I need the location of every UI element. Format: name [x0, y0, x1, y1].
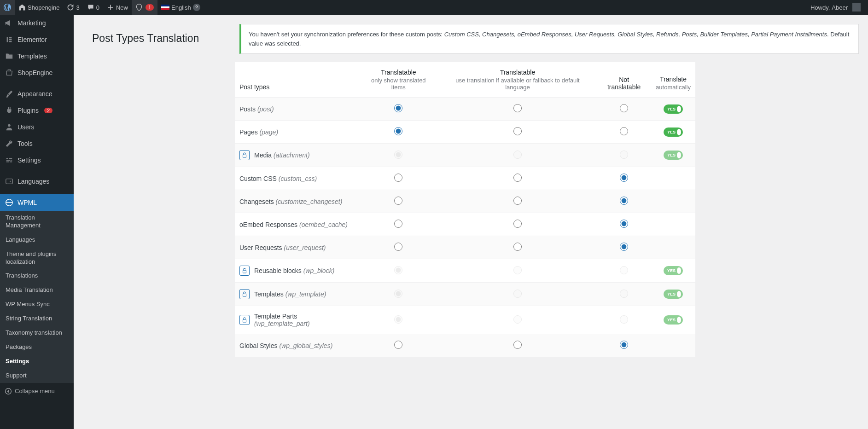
sidebar-item-users[interactable]: Users — [0, 119, 74, 135]
table-row: User Requests (user_request) — [235, 236, 695, 259]
radio-opt-2[interactable] — [620, 127, 628, 135]
sidebar-item-label: WPML — [17, 199, 37, 206]
wpml-sub-taxonomy-translation[interactable]: Taxonomy translation — [0, 326, 74, 340]
wpml-sub-packages[interactable]: Packages — [0, 340, 74, 354]
table-row: Pages (page)YES — [235, 121, 695, 144]
radio-opt-1 — [513, 315, 522, 324]
table-row: Reusable blocks (wp_block)YES — [235, 259, 695, 283]
brush-icon — [5, 89, 14, 99]
post-type-name: Media (attachment) — [235, 144, 359, 167]
translate-auto-toggle[interactable]: YES — [664, 104, 683, 114]
radio-opt-2[interactable] — [620, 243, 628, 251]
elementor-icon — [5, 35, 14, 44]
folder-icon — [5, 52, 14, 61]
language-switcher[interactable]: English? — [157, 0, 204, 15]
lang-icon — [5, 177, 14, 186]
comments[interactable]: 0 — [83, 0, 103, 15]
sidebar-item-elementor[interactable]: Elementor — [0, 31, 74, 48]
col-translate-auto: Translateautomatically — [651, 62, 695, 98]
main-content: Post Types Translation You haven't set y… — [74, 15, 868, 357]
radio-opt-2[interactable] — [620, 104, 628, 112]
post-type-name: Reusable blocks (wp_block) — [235, 259, 359, 283]
svg-rect-5 — [243, 270, 246, 273]
radio-opt-0[interactable] — [394, 197, 402, 205]
post-type-name: Custom CSS (custom_css) — [235, 167, 359, 190]
sidebar-item-settings[interactable]: Settings — [0, 152, 74, 168]
radio-opt-2[interactable] — [620, 197, 628, 205]
post-type-name: oEmbed Responses (oembed_cache) — [235, 213, 359, 236]
sidebar-item-label: Plugins — [17, 107, 39, 114]
radio-opt-1[interactable] — [513, 220, 522, 228]
lock-icon[interactable] — [239, 289, 250, 299]
wp-logo[interactable] — [0, 0, 15, 15]
radio-opt-2[interactable] — [620, 341, 628, 349]
radio-opt-1 — [513, 151, 522, 159]
sidebar-item-templates[interactable]: Templates — [0, 48, 74, 64]
radio-opt-0[interactable] — [394, 174, 402, 182]
lock-icon[interactable] — [239, 315, 250, 325]
sidebar-item-label: Templates — [17, 52, 47, 60]
radio-opt-0[interactable] — [394, 127, 402, 135]
wpml-notifications[interactable]: 1 — [132, 0, 157, 15]
sidebar-item-marketing[interactable]: Marketing — [0, 15, 74, 31]
radio-opt-1[interactable] — [513, 127, 522, 135]
radio-opt-1 — [513, 266, 522, 274]
table-row: Templates (wp_template)YES — [235, 283, 695, 306]
sidebar-item-languages[interactable]: Languages — [0, 173, 74, 190]
radio-opt-0[interactable] — [394, 341, 402, 349]
wpml-sub-theme-and-plugins-localization[interactable]: Theme and plugins localization — [0, 247, 74, 269]
table-row: Media (attachment)YES — [235, 144, 695, 167]
col-translatable-fallback: Translatableuse translation if available… — [438, 62, 597, 98]
sidebar-item-tools[interactable]: Tools — [0, 135, 74, 152]
post-type-name: Template Parts (wp_template_part) — [235, 306, 359, 334]
wpml-sub-wp-menus-sync[interactable]: WP Menus Sync — [0, 297, 74, 312]
radio-opt-1[interactable] — [513, 341, 522, 349]
lock-icon[interactable] — [239, 266, 250, 276]
sync-notice: You haven't set your synchronization pre… — [239, 24, 859, 54]
wpml-sub-languages[interactable]: Languages — [0, 233, 74, 247]
sidebar-item-label: Languages — [17, 178, 49, 185]
svg-rect-1 — [6, 179, 12, 184]
wpml-sub-media-translation[interactable]: Media Translation — [0, 283, 74, 297]
help-icon: ? — [193, 4, 200, 11]
radio-opt-0[interactable] — [394, 220, 402, 228]
howdy-account[interactable]: Howdy, Abeer — [807, 0, 864, 15]
updates[interactable]: 3 — [63, 0, 83, 15]
col-post-types: Post types — [235, 62, 359, 98]
admin-sidebar: MarketingElementorTemplatesShopEngineApp… — [0, 15, 74, 357]
col-not-translatable: Not translatable — [597, 62, 651, 98]
page-title: Post Types Translation — [92, 24, 212, 62]
sidebar-item-wpml[interactable]: WPML — [0, 194, 74, 211]
radio-opt-0[interactable] — [394, 243, 402, 251]
radio-opt-1[interactable] — [513, 243, 522, 251]
site-home[interactable]: Shopengine — [15, 0, 63, 15]
sidebar-item-plugins[interactable]: Plugins2 — [0, 102, 74, 119]
radio-opt-2 — [620, 315, 628, 324]
new-content[interactable]: New — [103, 0, 132, 15]
translate-auto-toggle: YES — [664, 315, 683, 325]
wpml-sub-translations[interactable]: Translations — [0, 269, 74, 283]
post-type-name: Posts (post) — [235, 98, 359, 121]
radio-opt-2[interactable] — [620, 220, 628, 228]
radio-opt-0[interactable] — [394, 104, 402, 112]
sidebar-item-label: Settings — [17, 157, 41, 164]
sidebar-item-appearance[interactable]: Appearance — [0, 86, 74, 102]
wrench-icon — [5, 139, 14, 148]
table-row: Changesets (customize_changeset) — [235, 190, 695, 213]
table-row: Template Parts (wp_template_part)YES — [235, 306, 695, 334]
lock-icon[interactable] — [239, 150, 250, 160]
svg-point-0 — [8, 124, 10, 127]
wpml-sub-translation-management[interactable]: Translation Management — [0, 211, 74, 233]
radio-opt-1[interactable] — [513, 104, 522, 112]
wpml-sub-string-translation[interactable]: String Translation — [0, 312, 74, 326]
radio-opt-2[interactable] — [620, 174, 628, 182]
radio-opt-2 — [620, 266, 628, 274]
post-type-name: User Requests (user_request) — [235, 236, 359, 259]
wpml-sub-settings[interactable]: Settings — [0, 354, 74, 357]
radio-opt-2 — [620, 151, 628, 159]
translate-auto-toggle[interactable]: YES — [664, 128, 683, 137]
radio-opt-1[interactable] — [513, 174, 522, 182]
radio-opt-2 — [620, 290, 628, 298]
sidebar-item-shopengine[interactable]: ShopEngine — [0, 64, 74, 81]
radio-opt-1[interactable] — [513, 197, 522, 205]
